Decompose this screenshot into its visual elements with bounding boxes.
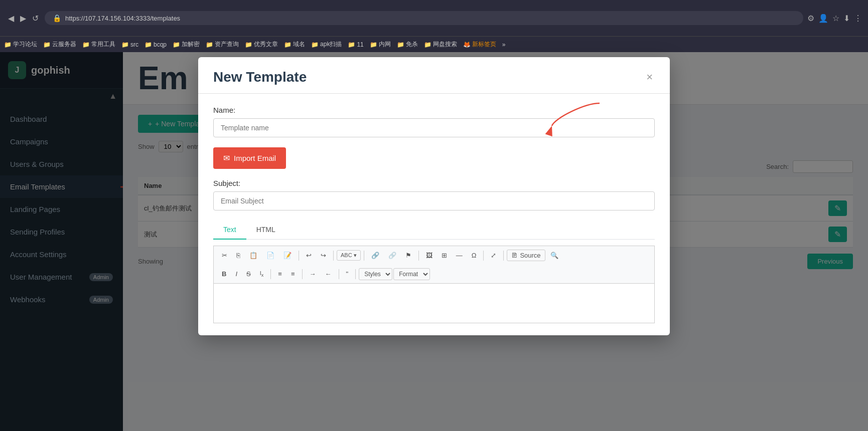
toolbar-ul-btn[interactable]: ≡: [287, 268, 299, 280]
toolbar-subscript-btn[interactable]: Ix: [256, 268, 268, 280]
toolbar-outdent-btn[interactable]: ←: [321, 268, 336, 280]
toolbar-bold-btn[interactable]: B: [218, 268, 230, 280]
toolbar-sep1: [299, 251, 299, 261]
browser-chrome: ◀ ▶ ↺ 🔒 https://107.174.156.104:3333/tem…: [0, 0, 868, 36]
bookmark-item[interactable]: 📁 免杀: [397, 40, 418, 49]
bookmark-item[interactable]: 📁 优秀文章: [245, 40, 278, 49]
toolbar-link-btn[interactable]: 🔗: [367, 249, 383, 262]
bookmark-item[interactable]: 📁 域名: [284, 40, 305, 49]
toolbar-redo-btn[interactable]: ↪: [317, 249, 330, 262]
styles-dropdown[interactable]: Styles: [359, 268, 392, 280]
bookmark-item[interactable]: 📁 云服务器: [43, 40, 76, 49]
nav-forward-btn[interactable]: ▶: [18, 12, 28, 25]
modal-title: New Template: [213, 69, 307, 85]
bookmark-item[interactable]: 📁 内网: [370, 40, 391, 49]
toolbar-sep6: [503, 251, 504, 261]
user-icon[interactable]: 👤: [818, 14, 828, 23]
template-name-input[interactable]: [213, 118, 655, 137]
envelope-icon: ✉: [223, 153, 230, 163]
bookmark-item[interactable]: 📁 11: [348, 41, 363, 48]
source-label: Source: [520, 252, 540, 259]
toolbar-anchor-btn[interactable]: ⚑: [401, 249, 415, 262]
toolbar-sep10: [355, 269, 356, 279]
subject-form-group: Subject:: [213, 179, 655, 210]
bookmarks-bar: 📁 学习论坛 📁 云服务器 📁 常用工具 📁 src 📁 bcqp 📁 加解密 …: [0, 36, 868, 52]
toolbar-unlink-btn[interactable]: 🔗: [384, 249, 400, 262]
bookmarks-more[interactable]: »: [502, 41, 506, 48]
toolbar-italic-btn[interactable]: I: [231, 268, 241, 280]
toolbar-sep2: [333, 251, 334, 261]
editor-toolbar-row1: ✂ ⎘ 📋 📄 📝 ↩ ↪ ABC ▾ 🔗 🔗 ⚑ 🖼 ⊞: [213, 246, 655, 265]
download-icon[interactable]: ⬇: [843, 14, 850, 23]
toolbar-source-btn[interactable]: 🖹 Source: [507, 250, 545, 261]
toolbar-hr-btn[interactable]: —: [452, 249, 467, 262]
nav-reload-btn[interactable]: ↺: [30, 12, 41, 25]
modal-body: Name:: [198, 94, 670, 335]
format-dropdown[interactable]: Format: [393, 268, 430, 280]
bookmark-item[interactable]: 📁 网盘搜索: [424, 40, 457, 49]
toolbar-sep9: [339, 269, 339, 279]
toolbar-sep4: [418, 251, 419, 261]
modal-overlay[interactable]: New Template × Name:: [0, 52, 868, 431]
toolbar-indent-btn[interactable]: →: [306, 268, 320, 280]
toolbar-sep3: [364, 251, 364, 261]
editor-area[interactable]: [213, 283, 655, 323]
toolbar-sep7: [270, 269, 271, 279]
toolbar-fullscreen-btn[interactable]: ⤢: [487, 249, 500, 262]
bookmark-item[interactable]: 📁 apk扫描: [311, 40, 342, 49]
source-icon: 🖹: [511, 252, 518, 259]
toolbar-sep5: [483, 251, 484, 261]
bookmark-icon[interactable]: ☆: [832, 14, 839, 23]
toolbar-blockquote-btn[interactable]: ": [342, 268, 353, 280]
toolbar-undo-btn[interactable]: ↩: [302, 249, 316, 262]
tab-bar: Text HTML: [213, 221, 655, 240]
toolbar-special-btn[interactable]: Ω: [468, 249, 481, 262]
toolbar-copy-btn[interactable]: ⎘: [232, 249, 244, 262]
name-label: Name:: [213, 106, 655, 114]
address-bar[interactable]: 🔒 https://107.174.156.104:3333/templates: [45, 11, 803, 25]
toolbar-paste-plain-btn[interactable]: 📄: [262, 249, 278, 262]
toolbar-paste-word-btn[interactable]: 📝: [279, 249, 296, 262]
bookmark-item[interactable]: 📁 资产查询: [206, 40, 239, 49]
name-form-group: Name:: [213, 106, 655, 137]
tab-text[interactable]: Text: [213, 221, 246, 240]
toolbar-ol-btn[interactable]: ≡: [274, 268, 286, 280]
modal-close-button[interactable]: ×: [644, 71, 655, 84]
toolbar-sep8: [302, 269, 303, 279]
import-email-button[interactable]: ✉ Import Email: [213, 147, 286, 169]
editor-toolbar-row2: B I S Ix ≡ ≡ → ← " Styles: [213, 265, 655, 283]
bookmark-item[interactable]: 📁 加解密: [173, 40, 200, 49]
toolbar-find-btn[interactable]: ABC ▾: [337, 250, 361, 261]
more-icon[interactable]: ⋮: [854, 14, 862, 23]
modal-dialog: New Template × Name:: [198, 57, 670, 335]
toolbar-paste-btn[interactable]: 📋: [245, 249, 261, 262]
app-wrapper: J gophish ▲ Dashboard Campaigns Users & …: [0, 52, 868, 431]
extensions-icon[interactable]: ⚙: [807, 14, 814, 23]
import-email-label: Import Email: [234, 154, 276, 162]
toolbar-table-btn[interactable]: ⊞: [438, 249, 451, 262]
toolbar-image-btn[interactable]: 🖼: [422, 249, 437, 262]
tab-html[interactable]: HTML: [246, 221, 285, 240]
subject-input[interactable]: [213, 191, 655, 210]
toolbar-cut-btn[interactable]: ✂: [218, 249, 231, 262]
modal-header: New Template ×: [198, 57, 670, 94]
bookmark-item[interactable]: 📁 bcqp: [144, 41, 167, 48]
bookmark-item[interactable]: 📁 常用工具: [82, 40, 115, 49]
bookmark-item[interactable]: 📁 学习论坛: [4, 40, 37, 49]
toolbar-preview-btn[interactable]: 🔍: [546, 249, 562, 262]
toolbar-strikethrough-btn[interactable]: S: [242, 268, 255, 280]
browser-icons: ⚙ 👤 ☆ ⬇ ⋮: [807, 14, 862, 23]
nav-back-btn[interactable]: ◀: [6, 12, 16, 25]
bookmark-item[interactable]: 📁 src: [121, 41, 138, 48]
bookmark-firefox[interactable]: 🦊 新标签页: [463, 40, 496, 49]
subject-label: Subject:: [213, 179, 655, 187]
browser-nav-btns: ◀ ▶ ↺: [6, 12, 41, 25]
